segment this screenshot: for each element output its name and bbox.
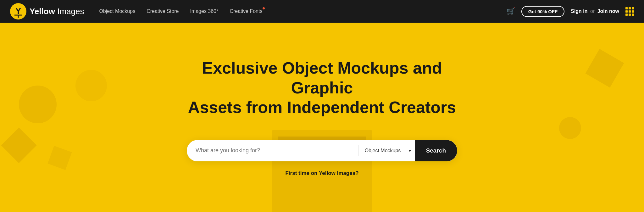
nav-link-images-360[interactable]: Images 360° xyxy=(190,8,218,14)
new-dot-indicator xyxy=(263,7,265,9)
hero-content: Exclusive Object Mockups and Graphic Ass… xyxy=(187,58,457,130)
search-category-wrapper: Object Mockups Creative Store Images 360… xyxy=(358,140,415,161)
cart-icon[interactable]: 🛒 xyxy=(507,7,515,15)
hero-section: Exclusive Object Mockups and Graphic Ass… xyxy=(0,23,644,212)
search-input[interactable] xyxy=(187,140,358,161)
navbar: Y Yellow Images Object Mockups Creative … xyxy=(0,0,644,23)
auth-separator: or xyxy=(590,8,595,14)
join-now-link[interactable]: Join now xyxy=(597,8,619,14)
nav-links: Object Mockups Creative Store Images 360… xyxy=(99,8,506,14)
auth-links: Sign in or Join now xyxy=(571,8,619,14)
nav-link-creative-store[interactable]: Creative Store xyxy=(147,8,179,14)
logo-link[interactable]: Y Yellow Images xyxy=(10,3,84,20)
sign-in-link[interactable]: Sign in xyxy=(571,8,587,14)
logo-icon: Y xyxy=(10,3,26,20)
search-bar: Object Mockups Creative Store Images 360… xyxy=(187,140,457,161)
nav-link-creative-fonts[interactable]: Creative Fonts xyxy=(230,8,262,14)
chevron-down-icon: ▾ xyxy=(409,148,411,153)
first-time-link[interactable]: First time on Yellow Images? xyxy=(285,170,358,176)
hero-title: Exclusive Object Mockups and Graphic Ass… xyxy=(187,58,457,117)
nav-link-object-mockups[interactable]: Object Mockups xyxy=(99,8,135,14)
brand-name: Yellow Images xyxy=(30,7,84,16)
svg-text:Y: Y xyxy=(15,6,21,16)
discount-button[interactable]: Get 90% OFF xyxy=(521,6,564,17)
nav-right: 🛒 Get 90% OFF Sign in or Join now xyxy=(507,6,634,17)
search-button[interactable]: Search xyxy=(415,140,457,161)
search-category-select[interactable]: Object Mockups Creative Store Images 360… xyxy=(358,140,409,161)
apps-grid-icon[interactable] xyxy=(625,7,634,16)
